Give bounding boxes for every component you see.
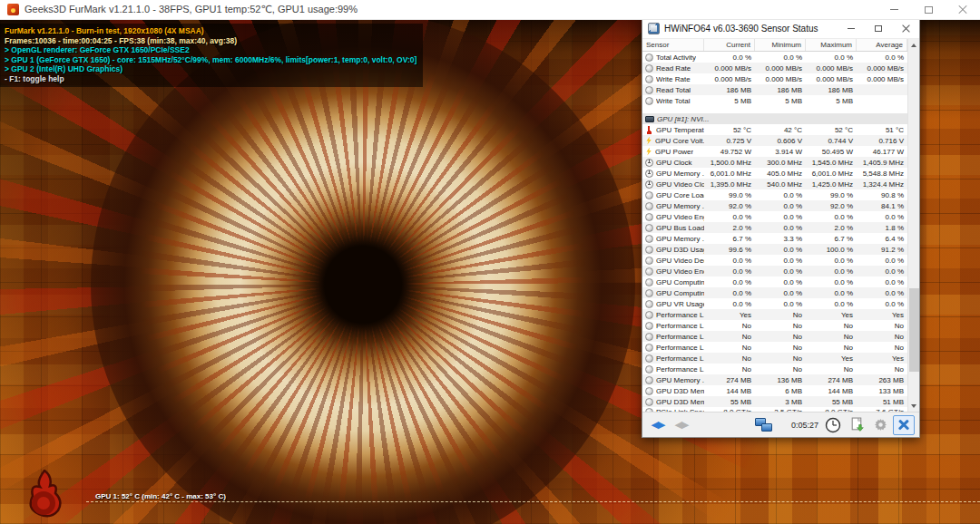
clock-icon <box>645 159 653 167</box>
vertical-scrollbar[interactable] <box>907 39 919 412</box>
settings-button[interactable] <box>869 415 891 435</box>
sensor-row[interactable]: Performance L...YesNoYesYes <box>642 309 907 320</box>
sensor-row[interactable]: Performance L...NoNoYesYes <box>642 353 907 364</box>
osd-line-version: FurMark v1.21.1.0 - Burn-in test, 1920x1… <box>5 26 416 36</box>
sensor-value: 186 MB <box>806 86 857 94</box>
sensor-row[interactable]: GPU Clock1,500.0 MHz300.0 MHz1,545.0 MHz… <box>642 157 907 168</box>
hwinfo-maximize-button[interactable] <box>865 19 892 38</box>
sensor-row[interactable]: GPU Bus Load2.0 %0.0 %2.0 %1.8 % <box>642 222 907 233</box>
sensor-value: 0.0 % <box>857 278 907 286</box>
scrollbar-track[interactable] <box>908 51 920 400</box>
sensor-label: GPU Video Eng... <box>656 213 704 221</box>
sensor-value: 0.0 % <box>704 257 755 265</box>
sensor-value: 0.0 % <box>806 267 857 276</box>
remote-monitoring-button[interactable] <box>753 415 775 435</box>
sensor-row[interactable]: Total Activity0.0 %0.0 %0.0 %0.0 % <box>642 52 907 63</box>
sensor-row[interactable]: Performance L...NoNoNoNo <box>642 342 907 353</box>
osd-line-frames: Frames:10036 - time:00:04:25 - FPS:38 (m… <box>5 36 416 46</box>
gauge-icon <box>645 267 653 276</box>
sensor-section-row[interactable]: GPU [#1]: NVI... <box>642 113 907 124</box>
sensor-value: Yes <box>806 311 857 319</box>
sensor-row[interactable]: GPU Memory ...92.0 %0.0 %92.0 %84.1 % <box>642 200 907 211</box>
sensor-row[interactable]: GPU Memory ...274 MB136 MB274 MB263 MB <box>642 374 907 385</box>
sensor-value: 0.000 MB/s <box>755 75 806 83</box>
sensor-label: GPU D3D Mem... <box>656 398 704 406</box>
hwinfo-close-button[interactable] <box>892 19 919 38</box>
sensor-value: 1,405.9 MHz <box>857 159 907 167</box>
sensor-row[interactable]: Read Rate0.000 MB/s0.000 MB/s0.000 MB/s0… <box>642 63 907 73</box>
maximize-button[interactable] <box>911 0 946 20</box>
hwinfo-titlebar[interactable]: HWiNFO64 v6.03-3690 Sensor Status <box>642 19 919 39</box>
sensor-value: 91.2 % <box>857 246 907 254</box>
gauge-icon <box>645 376 653 384</box>
sensor-table-header: Sensor Current Minimum Maximum Average <box>642 39 907 52</box>
gauge-icon <box>645 300 653 308</box>
sensor-value: Yes <box>857 311 907 319</box>
close-icon <box>902 24 910 33</box>
sensor-row[interactable]: GPU Video Enc...0.0 %0.0 %0.0 %0.0 % <box>642 266 907 277</box>
sensor-label: Read Total <box>656 86 691 94</box>
gauge-icon <box>645 191 653 199</box>
sensor-value: Yes <box>857 354 907 363</box>
logging-button[interactable] <box>846 415 867 435</box>
sensor-value: 2.0 % <box>704 224 755 232</box>
sensor-value: 6,001.0 MHz <box>806 170 857 178</box>
sensor-row[interactable]: GPU VR Usage0.0 %0.0 %0.0 %0.0 % <box>642 298 907 309</box>
close-button[interactable] <box>946 0 980 20</box>
sensor-value: 5 MB <box>806 97 857 105</box>
sensor-row[interactable]: Performance L...NoNoNoNo <box>642 331 907 342</box>
scroll-down-button[interactable] <box>908 400 920 412</box>
column-header-current[interactable]: Current <box>704 39 755 51</box>
sensor-row[interactable]: GPU Core Load99.0 %0.0 %99.0 %90.8 % <box>642 189 907 200</box>
sensor-row[interactable]: GPU Memory ...6,001.0 MHz405.0 MHz6,001.… <box>642 168 907 179</box>
sensor-value: 5,548.8 MHz <box>857 170 907 178</box>
gpu-icon <box>645 116 654 122</box>
sensor-row[interactable]: GPU Computin...0.0 %0.0 %0.0 %0.0 % <box>642 287 907 298</box>
furmark-titlebar[interactable]: Geeks3D FurMark v1.21.1.0 - 38FPS, GPU1 … <box>0 0 980 20</box>
sensor-value: 0.0 % <box>755 289 806 297</box>
nav-arrows-button[interactable]: ◀▶ <box>647 415 669 435</box>
sensor-row[interactable]: GPU Memory ...6.7 %3.3 %6.7 %6.4 % <box>642 233 907 244</box>
sensor-row[interactable]: GPU Video Dec...0.0 %0.0 %0.0 %0.0 % <box>642 255 907 266</box>
column-header-maximum[interactable]: Maximum <box>806 39 857 51</box>
column-header-average[interactable]: Average <box>857 39 907 51</box>
sensor-value: 0.606 V <box>755 137 806 145</box>
scrollbar-thumb[interactable] <box>909 288 919 372</box>
sensor-value: 6.7 % <box>806 235 857 243</box>
sensor-value: 99.0 % <box>704 191 755 199</box>
clock-button[interactable] <box>822 415 844 435</box>
sensor-row[interactable]: GPU D3D Mem...55 MB3 MB55 MB51 MB <box>642 396 907 407</box>
sensor-row[interactable]: Read Total186 MB186 MB186 MB <box>642 84 907 95</box>
sensor-value: 1,500.0 MHz <box>704 159 755 167</box>
sensor-row[interactable]: GPU Video Eng...0.0 %0.0 %0.0 %0.0 % <box>642 211 907 222</box>
column-header-sensor[interactable]: Sensor <box>642 39 704 51</box>
sensor-label: GPU [#1]: NVI... <box>657 115 709 123</box>
sensor-value: 0.0 % <box>806 257 857 265</box>
sensor-value: 0.000 MB/s <box>704 75 755 83</box>
gauge-icon <box>645 246 653 254</box>
column-header-minimum[interactable]: Minimum <box>755 39 806 51</box>
sensor-row[interactable]: GPU Video Clock1,395.0 MHz540.0 MHz1,425… <box>642 179 907 189</box>
scroll-up-button[interactable] <box>908 39 920 51</box>
sensor-row[interactable]: GPU D3D Usage99.6 %0.0 %100.0 %91.2 % <box>642 244 907 255</box>
close-sensors-button[interactable] <box>893 415 915 435</box>
furmark-flame-logo <box>18 470 71 519</box>
sensor-row[interactable]: Performance L...NoNoNoNo <box>642 320 907 331</box>
sensor-row[interactable]: Write Total5 MB5 MB5 MB <box>642 95 907 106</box>
sensor-label: GPU Temperat... <box>656 126 704 134</box>
sensor-row[interactable]: GPU D3D Mem...144 MB6 MB144 MB133 MB <box>642 385 907 396</box>
sensor-row[interactable]: Performance L...NoNoNoNo <box>642 364 907 374</box>
sensor-label: GPU Computin... <box>656 278 704 286</box>
clock-icon <box>645 170 653 178</box>
furmark-fur-donut <box>91 20 635 524</box>
minimize-button[interactable] <box>877 0 911 20</box>
sensor-value: 405.0 MHz <box>755 170 806 178</box>
sensor-row[interactable]: GPU Computin...0.0 %0.0 %0.0 %0.0 % <box>642 277 907 287</box>
sensor-row[interactable]: GPU Core Volt...0.725 V0.606 V0.744 V0.7… <box>642 135 907 146</box>
sensor-row[interactable]: GPU Temperat...52 °C42 °C52 °C51 °C <box>642 124 907 135</box>
hwinfo-minimize-button[interactable] <box>838 19 865 38</box>
nav-arrows-disabled-button[interactable]: ◀▶ <box>671 415 692 435</box>
sensor-row[interactable]: Write Rate0.000 MB/s0.000 MB/s0.000 MB/s… <box>642 73 907 84</box>
sensor-label: GPU Power <box>655 148 693 156</box>
sensor-row[interactable]: GPU Power49.752 W3.914 W50.495 W46.177 W <box>642 146 907 157</box>
